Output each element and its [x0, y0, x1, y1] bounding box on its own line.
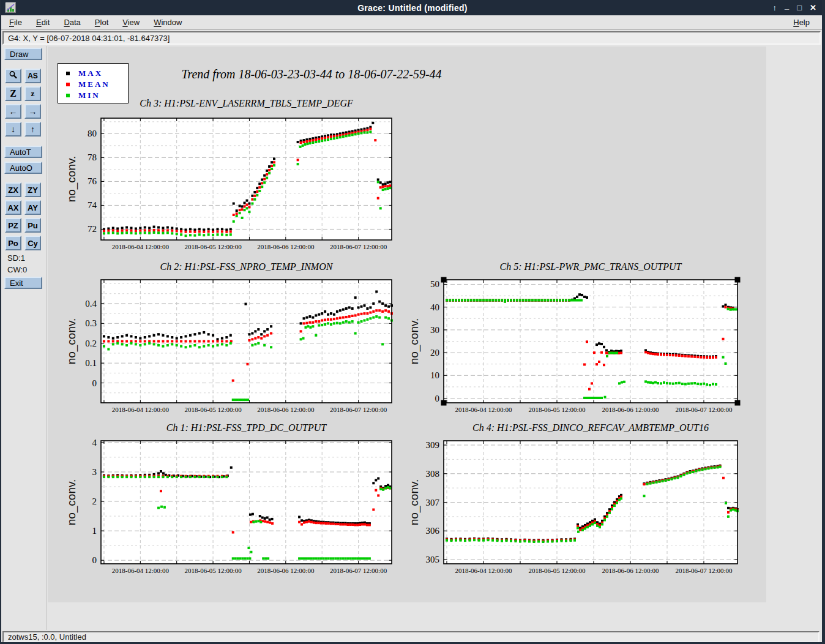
- svg-text:2018-06-05 12:00:00: 2018-06-05 12:00:00: [528, 406, 586, 413]
- ax-button[interactable]: AX: [5, 200, 21, 215]
- svg-text:4: 4: [92, 438, 97, 447]
- ay-button[interactable]: AY: [24, 200, 41, 215]
- chart-title-ch5: Ch 5: H1:PSL-PWR_PMC_TRANS_OUTPUT: [444, 261, 737, 272]
- page-title: Trend from 18-06-03-23-03-44 to 18-06-07…: [128, 67, 495, 81]
- svg-text:76: 76: [88, 176, 97, 186]
- svg-text:no_conv.: no_conv.: [408, 479, 421, 526]
- svg-text:2018-06-04 12:00:00: 2018-06-04 12:00:00: [112, 406, 170, 413]
- svg-text:2018-06-07 12:00:00: 2018-06-07 12:00:00: [675, 406, 733, 413]
- svg-text:2018-06-06 12:00:00: 2018-06-06 12:00:00: [257, 567, 315, 574]
- legend-entry-mean: MEAN: [58, 79, 128, 90]
- menu-window[interactable]: Window: [147, 16, 188, 29]
- svg-text:2018-06-04 12:00:00: 2018-06-04 12:00:00: [112, 567, 170, 574]
- chart-title-ch4: Ch 4: H1:PSL-FSS_DINCO_REFCAV_AMBTEMP_OU…: [444, 422, 737, 433]
- shade-icon[interactable]: ↑: [773, 0, 777, 15]
- svg-text:2018-06-04 12:00:00: 2018-06-04 12:00:00: [112, 243, 170, 250]
- max-swatch: [66, 72, 70, 75]
- svg-text:no_conv.: no_conv.: [408, 318, 421, 365]
- svg-text:2018-06-07 12:00:00: 2018-06-07 12:00:00: [330, 243, 387, 250]
- svg-text:78: 78: [88, 152, 97, 162]
- svg-text:no_conv.: no_conv.: [65, 479, 78, 526]
- draw-button[interactable]: Draw: [4, 48, 42, 60]
- svg-text:0: 0: [92, 378, 97, 388]
- svg-text:307: 307: [426, 498, 440, 507]
- cw-label: CW:0: [7, 265, 45, 274]
- pan-left-button[interactable]: ←: [5, 104, 21, 119]
- svg-text:0: 0: [92, 555, 97, 565]
- svg-text:0.3: 0.3: [85, 318, 97, 328]
- svg-text:2018-06-04 12:00:00: 2018-06-04 12:00:00: [455, 567, 512, 574]
- svg-text:2: 2: [92, 496, 97, 506]
- menu-help[interactable]: Help: [788, 16, 815, 29]
- svg-text:2018-06-07 12:00:00: 2018-06-07 12:00:00: [330, 567, 387, 574]
- menu-view[interactable]: View: [116, 16, 146, 29]
- pan-up-button[interactable]: ↑: [24, 122, 41, 137]
- svg-text:2018-06-06 12:00:00: 2018-06-06 12:00:00: [602, 567, 659, 574]
- autoscale-button[interactable]: AS: [24, 69, 41, 83]
- titlebar: Grace: Untitled (modified) ↑ _ □ ✕: [0, 0, 825, 15]
- svg-text:no_conv.: no_conv.: [65, 156, 78, 203]
- menu-plot[interactable]: Plot: [89, 16, 114, 29]
- chart-ch5[interactable]: 010203040502018-06-04 12:00:002018-06-05…: [444, 280, 737, 403]
- pu-button[interactable]: Pu: [24, 218, 41, 233]
- menubar: File Edit Data Plot View Window Help: [1, 15, 822, 30]
- svg-text:0: 0: [435, 394, 440, 403]
- chart-ch2[interactable]: 00.10.20.30.42018-06-04 12:00:002018-06-…: [101, 280, 392, 403]
- zoom-button[interactable]: [5, 69, 21, 83]
- svg-text:1: 1: [92, 526, 97, 536]
- svg-text:72: 72: [88, 224, 97, 234]
- magnifier-icon: [9, 70, 18, 81]
- svg-text:309: 309: [426, 440, 440, 450]
- po-button[interactable]: Po: [5, 236, 21, 250]
- window-title: Grace: Untitled (modified): [0, 3, 825, 13]
- close-button[interactable]: ✕: [810, 0, 816, 15]
- menu-file[interactable]: File: [3, 16, 28, 29]
- pan-right-button[interactable]: →: [24, 104, 41, 119]
- pz-button[interactable]: PZ: [5, 218, 21, 233]
- svg-text:2018-06-05 12:00:00: 2018-06-05 12:00:00: [528, 567, 586, 574]
- min-swatch: [66, 94, 70, 97]
- autot-button[interactable]: AutoT: [4, 146, 42, 158]
- chart-ch3[interactable]: 72747678802018-06-04 12:00:002018-06-05 …: [101, 118, 392, 240]
- svg-text:2018-06-05 12:00:00: 2018-06-05 12:00:00: [184, 567, 242, 574]
- chart-title-ch3: Ch 3: H1:PSL-ENV_LASERRM_TBLS_TEMP_DEGF: [101, 98, 392, 109]
- svg-text:74: 74: [88, 200, 97, 210]
- pan-down-button[interactable]: ↓: [5, 122, 21, 137]
- locator-readout: G4: X, Y = [06-07-2018 04:31:01, -81.647…: [2, 31, 821, 45]
- chart-ch1[interactable]: 012342018-06-04 12:00:002018-06-05 12:00…: [101, 441, 392, 564]
- chart-ch4[interactable]: 3053063073083092018-06-04 12:00:002018-0…: [444, 441, 737, 564]
- zoom-in-button[interactable]: Z: [5, 86, 21, 101]
- tool-column: Draw AS Z z ← → ↓ ↑ AutoT AutoO ZX ZY AX…: [2, 48, 45, 293]
- svg-text:2018-06-05 12:00:00: 2018-06-05 12:00:00: [184, 406, 242, 413]
- exit-button[interactable]: Exit: [4, 277, 42, 289]
- svg-text:2018-06-05 12:00:00: 2018-06-05 12:00:00: [184, 243, 242, 250]
- svg-text:80: 80: [88, 129, 97, 138]
- svg-text:0.4: 0.4: [85, 299, 97, 309]
- legend-entry-max: MAX: [58, 68, 128, 79]
- svg-text:20: 20: [430, 348, 439, 358]
- zx-button[interactable]: ZX: [5, 182, 21, 197]
- statusbar: zotws15, :0.0, Untitled: [1, 630, 822, 644]
- plot-canvas[interactable]: MAX MEAN MIN Trend from 18-06-03-23-03-4…: [48, 47, 766, 602]
- menu-edit[interactable]: Edit: [30, 16, 56, 29]
- maximize-button[interactable]: □: [797, 0, 802, 15]
- svg-text:2018-06-06 12:00:00: 2018-06-06 12:00:00: [257, 406, 315, 413]
- minimize-button[interactable]: _: [785, 0, 789, 13]
- chart-title-ch1: Ch 1: H1:PSL-FSS_TPD_DC_OUTPUT: [101, 422, 392, 433]
- svg-text:50: 50: [430, 279, 439, 289]
- svg-text:2018-06-06 12:00:00: 2018-06-06 12:00:00: [602, 406, 659, 413]
- svg-text:30: 30: [430, 325, 439, 335]
- svg-text:2018-06-07 12:00:00: 2018-06-07 12:00:00: [675, 567, 733, 574]
- svg-text:0.1: 0.1: [85, 358, 97, 368]
- svg-text:305: 305: [426, 555, 440, 564]
- cy-button[interactable]: Cy: [24, 236, 41, 250]
- svg-text:0.2: 0.2: [85, 339, 97, 348]
- svg-text:40: 40: [430, 302, 439, 312]
- zoom-out-button[interactable]: z: [24, 86, 41, 101]
- autoo-button[interactable]: AutoO: [4, 162, 42, 174]
- zy-button[interactable]: ZY: [24, 182, 41, 197]
- menu-data[interactable]: Data: [58, 16, 86, 29]
- status-readout: zotws15, :0.0, Untitled: [2, 631, 819, 643]
- locator-bar: G4: X, Y = [06-07-2018 04:31:01, -81.647…: [1, 31, 822, 46]
- svg-text:2018-06-07 12:00:00: 2018-06-07 12:00:00: [330, 406, 387, 413]
